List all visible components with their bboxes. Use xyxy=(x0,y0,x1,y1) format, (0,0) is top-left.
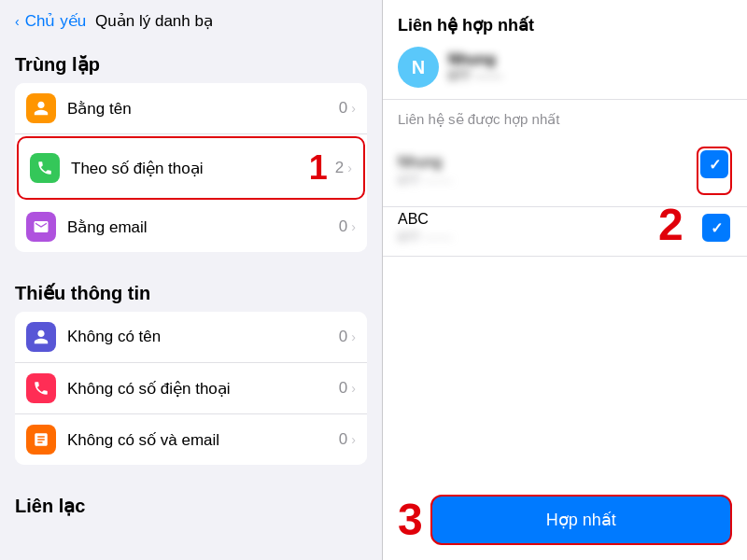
khong-co-so-email-count: 0 xyxy=(339,430,347,449)
theo-so-icon xyxy=(30,153,60,183)
theo-so-chevron: › xyxy=(347,161,352,175)
bang-email-label: Bằng email xyxy=(67,217,339,237)
khong-co-so-label: Không có số điện thoại xyxy=(67,379,339,399)
merge-item-1: Nhung 077 ········ ✓ 2 xyxy=(383,135,747,207)
step-1-number: 1 xyxy=(309,148,328,188)
checkboxes-container: ✓ 2 xyxy=(697,147,732,195)
khong-co-so-email-icon xyxy=(26,425,56,455)
merge-button[interactable]: Hợp nhất xyxy=(430,495,732,545)
khong-co-so-email-item[interactable]: Không có số và email 0 › xyxy=(15,414,367,465)
bang-email-icon xyxy=(26,212,56,242)
khong-co-so-count: 0 xyxy=(339,379,347,398)
merge-item-2-info: ABC 077 ········ xyxy=(398,211,700,245)
khong-co-so-email-chevron: › xyxy=(351,432,356,447)
bottom-section: 3 Hợp nhất xyxy=(383,486,747,560)
merge-item-2: ABC 077 ········ ✓ xyxy=(383,200,747,257)
avatar: N xyxy=(398,47,439,88)
merge-item-1-phone: 077 ········ xyxy=(398,173,697,188)
thieu-thong-tin-list: Không có tên 0 › Không có số điện thoại … xyxy=(15,312,367,465)
merge-item-1-name: Nhung xyxy=(398,154,697,171)
main-contact-phone: 077 ········ xyxy=(448,68,502,83)
khong-co-ten-label: Không có tên xyxy=(67,328,339,346)
step-3-number: 3 xyxy=(398,494,423,545)
main-contact-name: Nhung xyxy=(448,51,502,68)
bang-email-count: 0 xyxy=(339,217,347,236)
khong-co-so-chevron: › xyxy=(351,381,356,396)
left-panel: ‹ Chủ yếu Quản lý danh bạ Trùng lặp Bằng… xyxy=(0,0,383,560)
checkbox-2-wrap: ✓ xyxy=(700,212,732,244)
merge-list: Nhung 077 ········ ✓ 2 ABC 077 ········ … xyxy=(383,135,747,486)
khong-co-ten-icon xyxy=(26,322,56,352)
trung-lap-title: Trùng lặp xyxy=(0,38,382,83)
nav-back-button[interactable]: Chủ yếu xyxy=(25,11,86,31)
merge-item-2-name: ABC xyxy=(398,211,700,228)
khong-co-ten-item[interactable]: Không có tên 0 › xyxy=(15,312,367,363)
thieu-thong-tin-title: Thiếu thông tin xyxy=(0,267,382,312)
khong-co-ten-count: 0 xyxy=(339,328,347,346)
left-content: Trùng lặp Bằng tên 0 › Theo số điện thoạ… xyxy=(0,38,382,560)
right-panel: Liên hệ hợp nhất N Nhung 077 ········ Li… xyxy=(383,0,747,560)
khong-co-so-email-label: Không có số và email xyxy=(67,430,339,450)
trung-lap-list: Bằng tên 0 › Theo số điện thoại 1 2 › Bằ… xyxy=(15,83,367,252)
bang-email-chevron: › xyxy=(351,219,356,234)
main-contact-card: N Nhung 077 ········ xyxy=(398,47,732,88)
theo-so-count: 2 xyxy=(335,159,344,177)
merge-subtitle: Liên hệ sẽ được hợp nhất xyxy=(383,100,747,135)
back-chevron-icon: ‹ xyxy=(15,14,20,29)
merge-checkbox-2[interactable]: ✓ xyxy=(702,214,730,242)
bang-ten-item[interactable]: Bằng tên 0 › xyxy=(15,83,367,134)
merge-checkbox-1[interactable]: ✓ xyxy=(700,150,728,178)
khong-co-so-item[interactable]: Không có số điện thoại 0 › xyxy=(15,363,367,414)
nav-header: ‹ Chủ yếu Quản lý danh bạ xyxy=(0,0,382,38)
right-title: Liên hệ hợp nhất xyxy=(398,15,732,35)
merge-item-2-phone: 077 ········ xyxy=(398,230,700,245)
lien-lac-title: Liên lạc xyxy=(0,480,382,521)
bang-ten-label: Bằng tên xyxy=(67,99,339,119)
khong-co-ten-chevron: › xyxy=(351,329,356,344)
main-contact-info: Nhung 077 ········ xyxy=(448,51,502,83)
checkmark-2: ✓ xyxy=(711,219,723,237)
bang-email-item[interactable]: Bằng email 0 › xyxy=(15,202,367,252)
bang-ten-count: 0 xyxy=(339,99,347,118)
nav-title: Quản lý danh bạ xyxy=(95,11,213,31)
bang-ten-icon xyxy=(26,93,56,123)
theo-so-item[interactable]: Theo số điện thoại 1 2 › xyxy=(17,136,365,200)
checkmark-1: ✓ xyxy=(709,156,721,174)
right-header: Liên hệ hợp nhất N Nhung 077 ········ xyxy=(383,0,747,100)
theo-so-label: Theo số điện thoại xyxy=(71,159,309,178)
merge-item-1-info: Nhung 077 ········ xyxy=(398,154,697,188)
bang-ten-chevron: › xyxy=(351,101,356,116)
khong-co-so-icon xyxy=(26,373,56,403)
